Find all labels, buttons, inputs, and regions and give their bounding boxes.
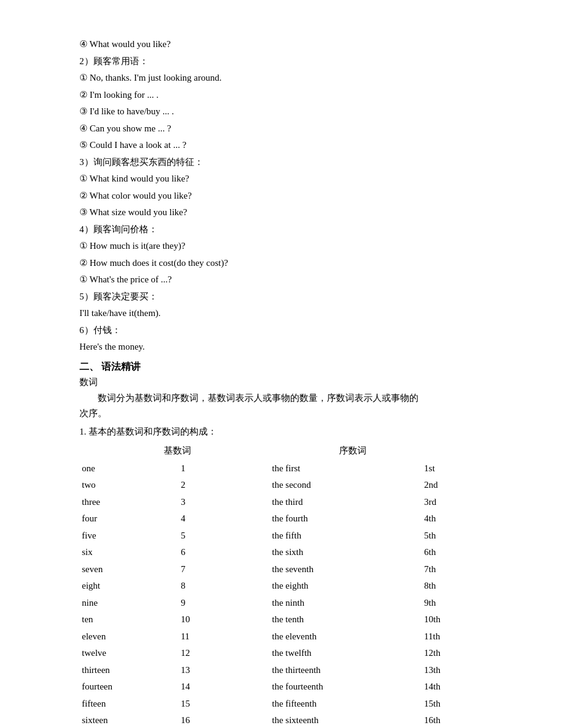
table-row: fourteen 14 the fourteenth 14th [79,678,483,696]
section-title-row: 二、 语法精讲 [79,359,483,375]
table-row: eleven 11 the eleventh 11th [79,628,483,645]
ordinal-word: the second [269,477,422,494]
ordinal-word: the ninth [269,595,422,612]
ordinal-abbr: 13th [422,662,483,679]
ordinal-word: the twelfth [269,645,422,662]
cardinal-word: five [79,528,178,545]
table-row: seven 7 the seventh 7th [79,561,483,578]
cardinal-word: six [79,544,178,561]
ordinal-abbr: 14th [422,678,483,696]
ordinal-abbr: 8th [422,578,483,595]
line9: ① What kind would you like? [79,171,483,187]
ordinal-abbr: 9th [422,595,483,612]
cardinal-word: thirteen [79,662,178,679]
ordinal-abbr: 6th [422,544,483,561]
number-table-section: 基数词 序数词 one 1 the first 1st two 2 the se… [79,443,483,728]
col-header-ordinal: 序数词 [292,443,414,459]
table-header: 基数词 序数词 [79,443,483,459]
table-row: six 6 the sixth 6th [79,544,483,561]
section-title: 二、 语法精讲 [79,361,140,372]
ordinal-abbr: 2nd [422,477,483,494]
cardinal-word: three [79,494,178,511]
cardinal-word: sixteen [79,712,178,728]
line8: 3）询问顾客想买东西的特征： [79,155,483,171]
table-row: ten 10 the tenth 10th [79,611,483,628]
ordinal-word: the sixteenth [269,712,422,728]
cardinal-word: fourteen [79,678,178,696]
cardinal-digit: 10 [178,611,239,628]
line17: I'll take/have it(them). [79,306,483,322]
cardinal-word: ten [79,611,178,628]
ordinal-abbr: 15th [422,696,483,713]
line13: ① How much is it(are they)? [79,238,483,254]
ordinal-abbr: 11th [422,628,483,645]
cardinal-word: eight [79,578,178,595]
cardinal-word: nine [79,595,178,612]
desc-line1: 数词分为基数词和序数词，基数词表示人或事物的数量，序数词表示人或事物的 [79,391,483,406]
line7: ⑤ Could I have a look at ... ? [79,138,483,153]
section-subtitle: 数词 [79,375,483,391]
line18: 6）付钱： [79,323,483,339]
cardinal-digit: 3 [178,494,239,511]
table-row: two 2 the second 2nd [79,477,483,494]
table-row: fifteen 15 the fifteenth 15th [79,696,483,713]
ordinal-word: the thirteenth [269,662,422,679]
page-content: ④ What would you like? 2）顾客常用语： ① No, th… [79,37,483,728]
ordinal-abbr: 5th [422,528,483,545]
cardinal-digit: 9 [178,595,239,612]
desc-line2: 次序。 [79,406,483,422]
number-table: one 1 the first 1st two 2 the second 2nd… [79,460,483,729]
table-row: eight 8 the eighth 8th [79,578,483,595]
col-header-cardinal: 基数词 [112,443,243,459]
cardinal-word: one [79,460,178,477]
ordinal-word: the sixth [269,544,422,561]
table-row: four 4 the fourth 4th [79,510,483,528]
subtitle-text: 数词 [79,377,98,387]
cardinal-word: fifteen [79,696,178,713]
ordinal-abbr: 12th [422,645,483,662]
ordinal-word: the eighth [269,578,422,595]
cardinal-digit: 16 [178,712,239,728]
line6: ④ Can you show me ... ? [79,121,483,137]
ordinal-word: the first [269,460,422,477]
cardinal-digit: 5 [178,528,239,545]
cardinal-digit: 7 [178,561,239,578]
cardinal-digit: 15 [178,696,239,713]
line15: ① What's the price of ...? [79,272,483,288]
cardinal-digit: 8 [178,578,239,595]
section-desc: 数词分为基数词和序数词，基数词表示人或事物的数量，序数词表示人或事物的 次序。 [79,391,483,422]
ordinal-abbr: 4th [422,510,483,528]
line2: 2）顾客常用语： [79,54,483,70]
table-row: one 1 the first 1st [79,460,483,477]
table-row: nine 9 the ninth 9th [79,595,483,612]
cardinal-digit: 2 [178,477,239,494]
ordinal-abbr: 10th [422,611,483,628]
ordinal-abbr: 16th [422,712,483,728]
ordinal-abbr: 7th [422,561,483,578]
line14: ② How much does it cost(do they cost)? [79,256,483,271]
ordinal-word: the fourteenth [269,678,422,696]
ordinal-abbr: 1st [422,460,483,477]
ordinal-word: the eleventh [269,628,422,645]
ordinal-word: the fifth [269,528,422,545]
cardinal-digit: 4 [178,510,239,528]
ordinal-word: the fifteenth [269,696,422,713]
line5: ③ I'd like to have/buy ... . [79,104,483,120]
ordinal-word: the third [269,494,422,511]
phrases-section: ④ What would you like? 2）顾客常用语： ① No, th… [79,37,483,355]
line11: ③ What size would you like? [79,205,483,221]
cardinal-digit: 11 [178,628,239,645]
cardinal-word: eleven [79,628,178,645]
table-row: twelve 12 the twelfth 12th [79,645,483,662]
table-row: five 5 the fifth 5th [79,528,483,545]
ordinal-abbr: 3rd [422,494,483,511]
cardinal-digit: 14 [178,678,239,696]
line4: ② I'm looking for ... . [79,87,483,103]
ordinal-word: the tenth [269,611,422,628]
cardinal-word: twelve [79,645,178,662]
table-row: sixteen 16 the sixteenth 16th [79,712,483,728]
table-intro-text: 1. 基本的基数词和序数词的构成： [79,427,217,436]
cardinal-digit: 12 [178,645,239,662]
line19: Here's the money. [79,339,483,355]
line12: 4）顾客询问价格： [79,222,483,238]
